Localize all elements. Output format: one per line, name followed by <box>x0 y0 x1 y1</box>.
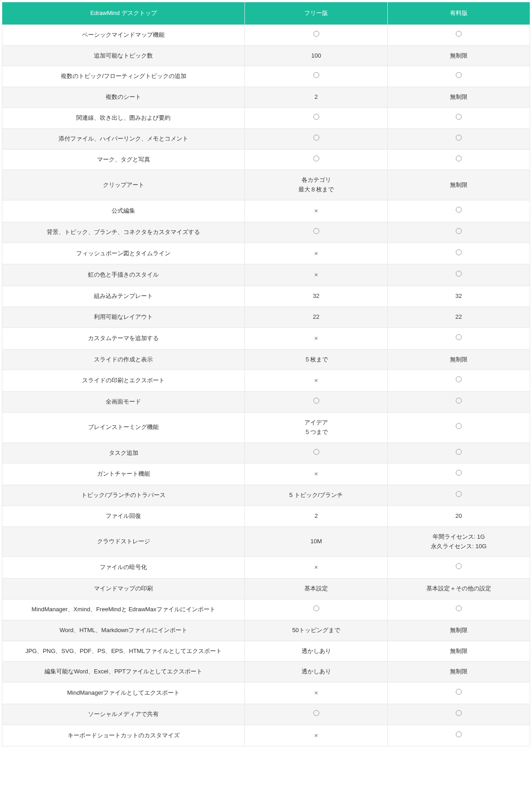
table-row: ファイル回復220 <box>2 506 530 526</box>
table-row: クリップアート各カテゴリ最大８枚まで無制限 <box>2 170 530 200</box>
paid-cell <box>387 243 530 264</box>
table-row: 利用可能なレイアウト2222 <box>2 307 530 327</box>
free-cell: 2 <box>245 87 387 108</box>
table-row: マインドマップの印刷基本設定基本設定＋その他の設定 <box>2 579 530 599</box>
table-row: ブレインストーミング機能アイデア５つまで <box>2 412 530 443</box>
paid-cell <box>387 557 530 579</box>
free-cell: 透かしあり <box>245 641 387 662</box>
paid-cell <box>387 107 530 128</box>
feature-cell: タスク追加 <box>2 443 245 463</box>
table-row: ガントチャート機能× <box>2 463 530 485</box>
circle-icon <box>456 605 462 611</box>
table-row: スライドの作成と表示５枚まで無制限 <box>2 349 530 370</box>
feature-cell: JPG、PNG、SVG、PDF、PS、EPS、HTMLファイルとしてエクスポート <box>2 641 245 662</box>
free-cell <box>245 66 387 87</box>
feature-cell: 複数のトピック/フローティングトピックの追加 <box>2 66 245 87</box>
paid-cell: 22 <box>387 307 530 327</box>
free-cell: × <box>245 264 387 286</box>
free-cell <box>245 107 387 128</box>
circle-icon <box>456 491 462 497</box>
circle-icon <box>456 449 462 455</box>
table-row: スライドの印刷とエクスポート× <box>2 370 530 392</box>
cross-icon: × <box>314 250 318 257</box>
feature-cell: マーク、タグと写真 <box>2 149 245 170</box>
paid-cell: 無制限 <box>387 349 530 370</box>
circle-icon <box>313 72 319 78</box>
header-paid: 有料版 <box>387 2 530 25</box>
paid-cell <box>387 725 530 746</box>
feature-cell: 追加可能なトピック数 <box>2 45 245 66</box>
circle-icon <box>456 563 462 569</box>
comparison-table: EdrawMind デスクトップ フリー版 有料版 ベーシックマインドマップ機能… <box>2 2 530 746</box>
circle-icon <box>313 228 319 234</box>
free-cell: 100 <box>245 45 387 66</box>
paid-cell: 20 <box>387 506 530 526</box>
paid-cell <box>387 222 530 243</box>
free-cell: ５枚まで <box>245 349 387 370</box>
circle-icon <box>313 449 319 455</box>
table-row: MindManager、Xmind、FreeMindと EdrawMaxファイル… <box>2 599 530 620</box>
header-free: フリー版 <box>245 2 387 25</box>
free-cell <box>245 128 387 149</box>
feature-cell: カスタムテーマを追加する <box>2 327 245 349</box>
paid-cell <box>387 66 530 87</box>
feature-cell: ベーシックマインドマップ機能 <box>2 24 245 45</box>
free-cell: 22 <box>245 307 387 327</box>
feature-cell: ファイルの暗号化 <box>2 557 245 579</box>
feature-cell: ソーシャルメディアで共有 <box>2 704 245 725</box>
table-row: JPG、PNG、SVG、PDF、PS、EPS、HTMLファイルとしてエクスポート… <box>2 641 530 662</box>
paid-cell <box>387 264 530 286</box>
circle-icon <box>456 207 462 213</box>
free-cell: × <box>245 682 387 704</box>
paid-cell: 年間ライセンス: 1G永久ライセンス: 10G <box>387 526 530 557</box>
feature-cell: ガントチャート機能 <box>2 463 245 485</box>
circle-icon <box>456 135 462 141</box>
paid-cell <box>387 200 530 222</box>
feature-cell: 関連線、吹き出し、囲みおよび要約 <box>2 107 245 128</box>
paid-cell <box>387 149 530 170</box>
circle-icon <box>456 470 462 476</box>
circle-icon <box>456 398 462 404</box>
free-cell: 5 トピック/ブランチ <box>245 485 387 506</box>
circle-icon <box>456 228 462 234</box>
cross-icon: × <box>314 271 318 278</box>
feature-cell: 利用可能なレイアウト <box>2 307 245 327</box>
free-cell: 50トッピングまで <box>245 620 387 641</box>
free-cell: × <box>245 327 387 349</box>
table-row: 背景、トピック、ブランチ、コネクタをカスタマイズする <box>2 222 530 243</box>
paid-cell <box>387 599 530 620</box>
circle-icon <box>456 271 462 277</box>
circle-icon <box>456 423 462 429</box>
circle-icon <box>313 135 319 141</box>
table-row: 編集可能なWord、Excel、PPTファイルとしてエクスポート透かしあり無制限 <box>2 662 530 682</box>
free-cell: × <box>245 725 387 746</box>
feature-cell: 公式編集 <box>2 200 245 222</box>
feature-cell: 複数のシート <box>2 87 245 108</box>
feature-cell: フィッシュボーン図とタイムライン <box>2 243 245 264</box>
paid-cell <box>387 392 530 413</box>
free-cell <box>245 443 387 463</box>
cross-icon: × <box>314 207 318 214</box>
table-row: ソーシャルメディアで共有 <box>2 704 530 725</box>
cross-icon: × <box>314 377 318 384</box>
table-row: 全画面モード <box>2 392 530 413</box>
free-cell: × <box>245 200 387 222</box>
free-cell <box>245 149 387 170</box>
circle-icon <box>313 114 319 120</box>
paid-cell <box>387 412 530 443</box>
feature-cell: マインドマップの印刷 <box>2 579 245 599</box>
feature-cell: 背景、トピック、ブランチ、コネクタをカスタマイズする <box>2 222 245 243</box>
free-cell: アイデア５つまで <box>245 412 387 443</box>
free-cell <box>245 704 387 725</box>
free-cell: × <box>245 557 387 579</box>
table-row: ファイルの暗号化× <box>2 557 530 579</box>
paid-cell: 無制限 <box>387 170 530 200</box>
feature-cell: MindManagerファイルとしてエクスポート <box>2 682 245 704</box>
header-feature: EdrawMind デスクトップ <box>2 2 245 25</box>
paid-cell <box>387 463 530 485</box>
circle-icon <box>456 31 462 37</box>
paid-cell: 無制限 <box>387 662 530 682</box>
circle-icon <box>313 605 319 611</box>
free-cell <box>245 392 387 413</box>
table-row: 添付ファイル、ハイパーリンク、メモとコメント <box>2 128 530 149</box>
